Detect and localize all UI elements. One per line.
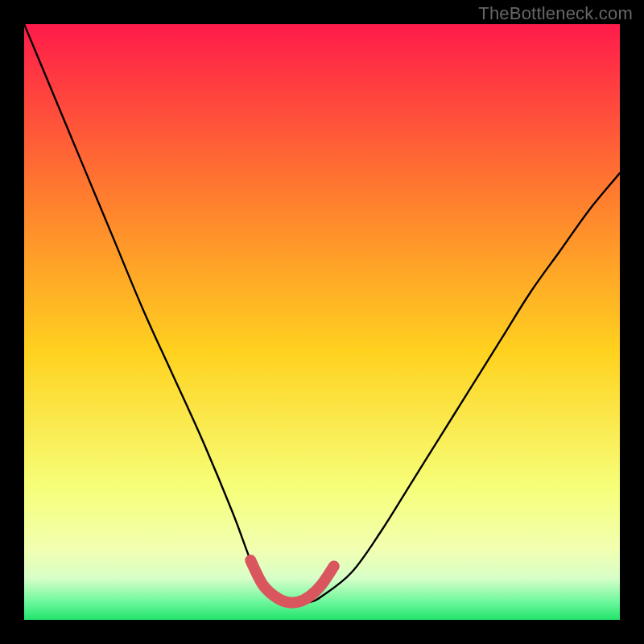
plot-background bbox=[24, 24, 620, 620]
chart-frame: TheBottleneck.com bbox=[0, 0, 644, 644]
bottleneck-chart bbox=[0, 0, 644, 644]
watermark-text: TheBottleneck.com bbox=[478, 3, 633, 24]
